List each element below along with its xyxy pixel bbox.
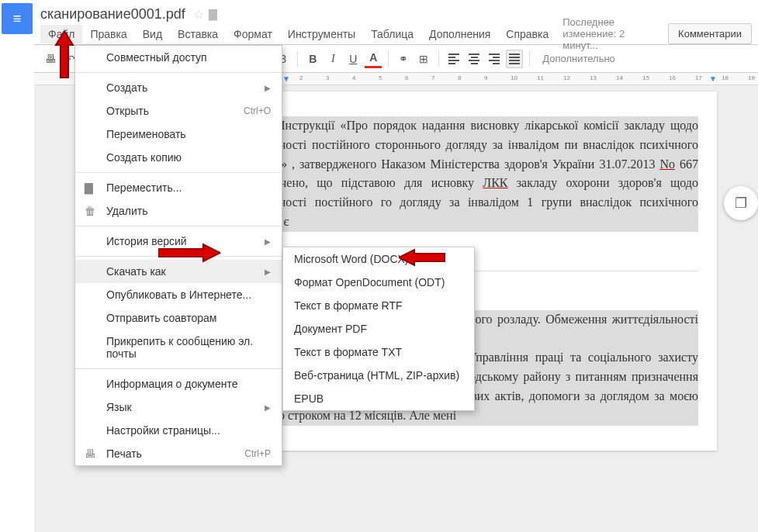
trash-icon: 🗑 (85, 205, 95, 217)
menu-addons[interactable]: Дополнения (421, 25, 498, 43)
docs-home-icon[interactable]: ≡ (2, 3, 33, 34)
submenu-item-rtf[interactable]: Текст в формате RTF (283, 294, 474, 317)
menu-item-publish[interactable]: Опубликовать в Интернете... (75, 283, 282, 306)
ruler-tick: 8 (458, 74, 461, 81)
menu-item-language[interactable]: Язык▶ (75, 396, 282, 419)
submenu-item-html[interactable]: Веб-страница (HTML, ZIP-архив) (283, 364, 474, 387)
toolbar-more[interactable]: Дополнительно (535, 53, 615, 64)
ruler-tick: 13 (590, 74, 597, 81)
right-margin-marker-icon[interactable]: ▼ (709, 74, 717, 83)
menu-item-delete[interactable]: 🗑Удалить (75, 199, 282, 223)
app-rail: ≡ (0, 0, 34, 532)
text-color-button[interactable]: A (365, 50, 382, 68)
print-icon: 🖶 (85, 447, 95, 460)
annotation-arrow-download (158, 242, 220, 264)
svg-marker-0 (56, 31, 73, 78)
indent-marker-icon[interactable]: ▼ (282, 74, 290, 83)
annotation-arrow-docx (399, 248, 445, 267)
menu-item-email-collaborators[interactable]: Отправить соавторам (75, 306, 282, 330)
menu-item-doc-info[interactable]: Информация о документе (75, 372, 282, 396)
ruler-tick: 9 (484, 74, 487, 81)
ruler-tick: 17 (695, 74, 702, 81)
menu-item-page-setup[interactable]: Настройки страницы... (75, 419, 282, 442)
ruler-tick: 18 (722, 74, 729, 81)
annotation-arrow-file (50, 31, 79, 85)
underline-button[interactable]: U (344, 50, 362, 68)
menu-bar: Файл Правка Вид Вставка Формат Инструмен… (34, 23, 758, 45)
ruler-tick: 2 (299, 74, 303, 81)
star-icon[interactable]: ☆ (193, 7, 204, 22)
menu-item-open[interactable]: ОткрытьCtrl+O (75, 99, 282, 123)
document-title[interactable]: сканирование0001.pdf (40, 6, 185, 22)
ruler-tick: 10 (511, 74, 517, 81)
paragraph[interactable]: ктом 4 Інструкції «Про порядок надання в… (239, 116, 698, 232)
menu-view[interactable]: Вид (135, 25, 170, 43)
explore-button[interactable]: ❐ (724, 186, 758, 220)
bold-button[interactable]: B (304, 50, 321, 68)
menu-edit[interactable]: Правка (82, 25, 134, 43)
folder-icon[interactable]: ▇ (209, 8, 217, 20)
italic-button[interactable]: I (324, 50, 341, 68)
menu-item-rename[interactable]: Переименовать (75, 123, 282, 146)
submenu-item-odt[interactable]: Формат OpenDocument (ODT) (283, 271, 474, 294)
download-as-submenu: Microsoft Word (DOCX) Формат OpenDocumen… (282, 247, 475, 411)
ruler-tick: 14 (616, 74, 623, 81)
menu-item-email-attachment[interactable]: Прикрепить к сообщению эл. почты (75, 330, 282, 365)
ruler-tick: 3 (326, 74, 329, 81)
svg-marker-1 (158, 244, 220, 261)
comments-button[interactable]: Комментарии (668, 23, 752, 44)
align-justify-button[interactable] (506, 50, 523, 68)
submenu-item-pdf[interactable]: Документ PDF (283, 317, 474, 340)
insert-comment-icon[interactable]: ⊞ (415, 50, 432, 68)
align-right-button[interactable] (486, 50, 503, 68)
ruler-tick: 15 (642, 74, 649, 81)
submenu-item-epub[interactable]: EPUB (283, 387, 474, 410)
align-center-button[interactable] (466, 50, 483, 68)
menu-help[interactable]: Справка (498, 25, 556, 43)
insert-link-icon[interactable]: ⚭ (395, 50, 412, 68)
ruler-tick: 7 (431, 74, 434, 81)
ruler-tick: 6 (405, 74, 408, 81)
menu-insert[interactable]: Вставка (170, 25, 226, 43)
menu-item-new[interactable]: Создать▶ (75, 76, 282, 99)
menu-format[interactable]: Формат (226, 25, 280, 43)
ruler-tick: 4 (352, 74, 355, 81)
ruler-tick: 16 (669, 74, 676, 81)
menu-item-share[interactable]: Совместный доступ (75, 46, 282, 69)
menu-tools[interactable]: Инструменты (280, 25, 363, 43)
menu-table[interactable]: Таблица (363, 25, 421, 43)
ruler-tick: 11 (537, 74, 544, 81)
svg-marker-2 (399, 250, 445, 265)
ruler-tick: 12 (563, 74, 570, 81)
submenu-item-txt[interactable]: Текст в формате TXT (283, 340, 474, 364)
ruler-tick: 19 (748, 74, 755, 81)
align-left-button[interactable] (445, 50, 462, 68)
submenu-item-docx[interactable]: Microsoft Word (DOCX) (283, 247, 474, 271)
menu-item-make-copy[interactable]: Создать копию (75, 146, 282, 169)
menu-item-move[interactable]: ▇Переместить... (75, 176, 282, 199)
ruler-tick: 5 (379, 74, 382, 81)
menu-item-print[interactable]: 🖶ПечатьCtrl+P (75, 442, 282, 465)
folder-icon: ▇ (85, 181, 93, 194)
